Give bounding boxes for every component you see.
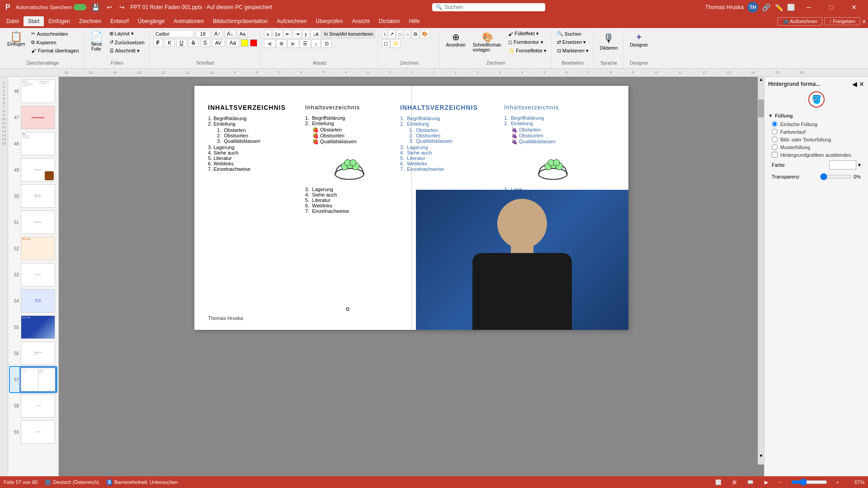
slide-thumb-56[interactable]: 56 Reference Content — [10, 341, 57, 366]
arrange-button[interactable]: ⧉ — [412, 30, 419, 38]
abschnitt-button[interactable]: ☰ Abschnitt ▾ — [108, 47, 146, 55]
filling-radio-bild[interactable] — [772, 136, 778, 142]
font-size-increase-button[interactable]: A↑ — [212, 30, 223, 38]
slide-sorter-btn[interactable]: ⊞ — [731, 479, 738, 486]
filling-label-bild[interactable]: Bild- oder Texturfüllung — [780, 137, 831, 142]
tab-uebergaenge[interactable]: Übergänge — [133, 16, 169, 26]
save-button[interactable]: 💾 — [90, 3, 101, 12]
font-size-decrease-button[interactable]: A↓ — [225, 30, 236, 38]
filling-label-einfache[interactable]: Einfache Füllung — [780, 122, 817, 127]
close-button[interactable]: ✕ — [844, 0, 864, 14]
expand-ribbon-icon[interactable]: ∧ — [862, 18, 866, 24]
fill-color-circle[interactable]: 🪣 — [808, 91, 825, 108]
list-bullet-button[interactable]: ≡ — [264, 30, 271, 38]
tab-dictation[interactable]: Dictation — [374, 16, 405, 26]
color-arrow-icon[interactable]: ▾ — [858, 162, 861, 168]
search-input[interactable] — [444, 4, 535, 10]
slide-thumb-53[interactable]: 53 Slide 53 — [10, 262, 57, 287]
suchen-button[interactable]: 🔍 Suchen — [555, 30, 583, 38]
filling-label-hintergrund[interactable]: Hintergrundgrafiken ausblenden — [780, 152, 851, 158]
case-button[interactable]: Aa — [226, 39, 240, 47]
diktieren-button[interactable]: 🎙 Diktieren — [597, 30, 620, 52]
filling-checkbox-hintergrund[interactable] — [772, 152, 778, 158]
tab-hilfe[interactable]: Hilfe — [404, 16, 424, 26]
formkontur-button[interactable]: ◻ Formkontur ▾ — [506, 38, 548, 46]
tab-einfuegen[interactable]: Einfügen — [44, 16, 74, 26]
font-family-input[interactable] — [153, 30, 194, 38]
kopieren-button[interactable]: ⧉ Kopieren — [29, 38, 80, 46]
slide-thumb-54[interactable]: 54 TOC slide Items here — [10, 288, 57, 314]
designer-button[interactable]: ✦ Designer — [627, 30, 651, 49]
bold-button[interactable]: F — [153, 39, 163, 47]
aufzeichnen-button[interactable]: 📹 Aufzeichnen — [778, 17, 822, 26]
zuruecksetzen-button[interactable]: ↺ Zurücksetzen — [108, 38, 146, 46]
einfuegen-button[interactable]: 📋 Einfügen — [5, 30, 28, 48]
slide-thumb-52[interactable]: 52 Slide content — [10, 236, 57, 261]
align-right-button[interactable]: ⫸ — [288, 39, 299, 48]
clear-format-button[interactable]: Aa — [237, 30, 248, 38]
column-button[interactable]: ⫿ — [302, 30, 310, 38]
layout-button[interactable]: ⊞ Layout ▾ — [108, 30, 146, 38]
underline-button[interactable]: U — [176, 39, 187, 47]
list-number-button[interactable]: 1≡ — [273, 30, 283, 38]
tab-datei[interactable]: Datei — [2, 16, 24, 26]
slide-thumb-49[interactable]: 49 Slide 49 — [10, 157, 57, 183]
vertical-scrollbar[interactable]: ▼ ▲ — [758, 77, 764, 465]
tab-start[interactable]: Start — [24, 16, 44, 26]
shape-arrow-button[interactable]: ↗ — [388, 30, 396, 38]
canvas-area[interactable]: INHALTSVERZEICHNIS 1. Begriffsklärung 2.… — [59, 77, 764, 476]
fuelleffekt-button[interactable]: 🖌 Fülleffekt ▾ — [506, 30, 548, 38]
tab-animationen[interactable]: Animationen — [169, 16, 208, 26]
line-spacing-button[interactable]: ↕ — [311, 39, 321, 48]
slide-thumb-51[interactable]: 51 Obstsorten — [10, 210, 57, 235]
undo-button[interactable]: ↩ — [105, 3, 114, 12]
zoom-out-btn[interactable]: − — [777, 479, 783, 486]
filling-radio-einfache[interactable] — [772, 121, 778, 127]
shape-circle-button[interactable]: ○ — [404, 30, 411, 38]
filling-radio-muster[interactable] — [772, 144, 778, 150]
shadow-button[interactable]: S — [200, 39, 210, 47]
zoom-level[interactable]: 67% — [848, 479, 864, 485]
ausschneiden-button[interactable]: ✂ Ausschneiden — [29, 30, 80, 38]
anordnen-button[interactable]: ⊕ Anordnen — [443, 30, 468, 55]
indent-decrease-button[interactable]: ⇤ — [283, 30, 292, 38]
markieren-button[interactable]: ⊡ Markieren ▾ — [555, 47, 590, 55]
filling-label-muster[interactable]: Musterfüllung — [780, 145, 810, 150]
italic-button[interactable]: K — [165, 39, 175, 47]
zoom-slider[interactable] — [791, 479, 827, 486]
text-direction-button[interactable]: ↕A — [311, 30, 321, 38]
justify-button[interactable]: ☰ — [300, 39, 311, 48]
zoom-plus-btn[interactable]: + — [835, 479, 841, 486]
scrollbar-thumb[interactable] — [758, 99, 764, 117]
align-left-button[interactable]: ⫷ — [264, 39, 275, 48]
tab-aufzeichnen[interactable]: Aufzeichnen — [272, 16, 311, 26]
redo-button[interactable]: ↪ — [118, 3, 127, 12]
minimize-button[interactable]: ─ — [798, 0, 819, 14]
neue-folie-button[interactable]: 📄 NeueFolie — [88, 30, 106, 53]
tab-ansicht[interactable]: Ansicht — [347, 16, 374, 26]
slide-thumb-55[interactable]: 55 Nature image — [10, 314, 57, 340]
formeffekte-button[interactable]: ✨ Formeffekte ▾ — [506, 47, 548, 55]
panel-back-button[interactable]: ◀ — [852, 80, 857, 88]
scroll-up-btn[interactable]: ▲ — [758, 77, 764, 82]
spacing-button[interactable]: AV — [212, 39, 225, 47]
shape-line-button[interactable]: \ — [382, 30, 387, 38]
accessibility-status[interactable]: ♿ Barrierefreiheit: Untersuchen — [106, 479, 178, 485]
effect-button[interactable]: ✨ — [391, 39, 401, 48]
language-status[interactable]: 🌐 Deutsch (Österreich) — [45, 479, 99, 485]
schnell-vorlagen-button[interactable]: 🎨 Schnellformat-vorlagen — [470, 30, 505, 55]
slide-thumb-58[interactable]: 58 Slide 58 — [10, 393, 57, 418]
smartart-button[interactable]: In SmartArt konvertieren — [322, 30, 375, 38]
slide-thumb-57[interactable]: 57 INHALTSV... 1.Begriffe 2.Einteil. INH… — [10, 367, 57, 392]
panel-section-filling[interactable]: ▼ Füllung — [768, 111, 864, 120]
slide-thumb-48[interactable]: 48 Title Content line Content line — [10, 131, 57, 156]
presentation-btn[interactable]: ▶ — [763, 479, 770, 486]
texttrichtung-button[interactable]: ⊡ — [321, 39, 332, 48]
tab-ueberpruefen[interactable]: Überprüfen — [311, 16, 347, 26]
panel-close-button[interactable]: ✕ — [859, 80, 864, 88]
slide-thumb-50[interactable]: 50 Lagerung Content item — [10, 183, 57, 209]
scroll-down-btn[interactable]: ▼ — [758, 453, 764, 458]
tab-zeichnen[interactable]: Zeichnen — [75, 16, 106, 26]
color-swatch[interactable] — [829, 160, 856, 169]
tab-entwurf[interactable]: Entwurf — [106, 16, 133, 26]
